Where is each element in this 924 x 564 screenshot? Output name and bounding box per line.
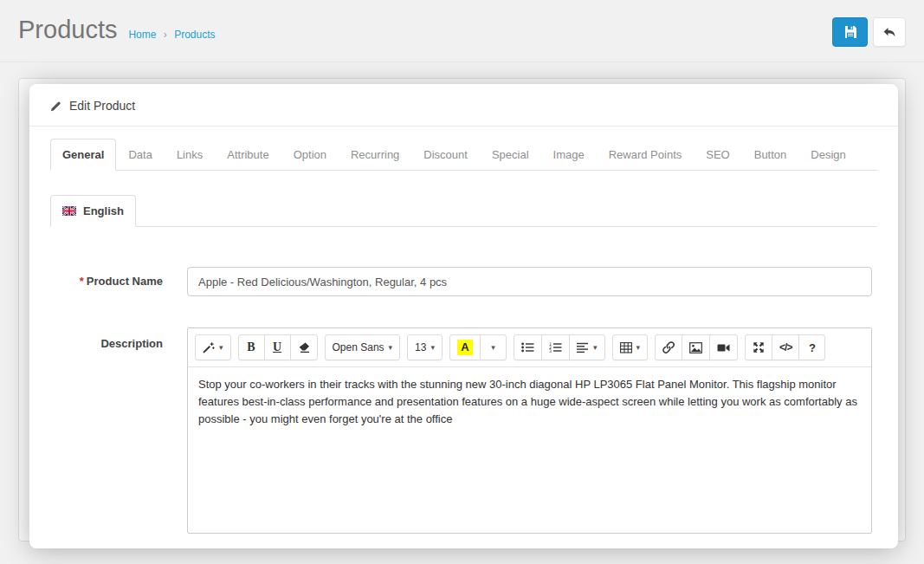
tab-links[interactable]: Links: [165, 139, 215, 171]
image-icon: [689, 342, 702, 353]
table-group: ▾: [612, 334, 649, 360]
font-size-value: 13: [415, 341, 426, 353]
bold-button[interactable]: B: [238, 334, 265, 360]
tab-data[interactable]: Data: [116, 139, 164, 171]
breadcrumb-separator: ›: [164, 29, 167, 41]
caret-down-icon: ▾: [219, 344, 223, 352]
caret-down-icon: ▾: [491, 344, 495, 352]
language-tab-label: English: [83, 204, 124, 217]
required-asterisk: *: [80, 275, 84, 288]
underline-icon: U: [273, 340, 281, 354]
paragraph-group: 1 2 3: [514, 334, 605, 360]
editor-toolbar: ▾ B U: [188, 328, 871, 367]
tab-seo[interactable]: SEO: [694, 139, 741, 171]
font-family-group: Open Sans ▾: [325, 334, 401, 360]
product-name-label-text: Product Name: [87, 275, 163, 288]
caret-down-icon: ▾: [389, 344, 393, 352]
tab-general[interactable]: General: [50, 139, 116, 171]
back-icon: [882, 25, 896, 39]
back-button[interactable]: [873, 17, 906, 47]
underline-button[interactable]: U: [264, 334, 291, 360]
tab-reward-points[interactable]: Reward Points: [597, 139, 695, 171]
breadcrumb-current-link[interactable]: Products: [174, 29, 215, 41]
description-editor: ▾ B U: [187, 327, 872, 534]
clear-format-button[interactable]: [290, 334, 318, 360]
help-button[interactable]: ?: [798, 334, 825, 360]
edit-pencil-icon: [50, 100, 61, 112]
products-admin-page: Products Home › Products: [0, 0, 924, 564]
code-view-button[interactable]: </>: [772, 334, 799, 360]
tab-attribute[interactable]: Attribute: [215, 139, 281, 171]
view-group: </> ?: [745, 334, 825, 360]
style-group: ▾: [195, 334, 231, 360]
video-icon: [717, 342, 730, 353]
highlight-color-icon: A: [457, 340, 473, 355]
text-color-caret-button[interactable]: ▾: [480, 334, 507, 360]
table-dropdown[interactable]: ▾: [612, 334, 649, 360]
insert-group: [655, 334, 738, 360]
english-flag-icon: [62, 206, 76, 216]
description-group: Description: [50, 327, 877, 534]
description-label: Description: [50, 327, 171, 350]
tab-button[interactable]: Button: [742, 139, 799, 171]
product-name-group: *Product Name: [50, 267, 877, 296]
link-button[interactable]: [655, 334, 682, 360]
tab-language-english[interactable]: English: [50, 195, 136, 227]
tab-recurring[interactable]: Recurring: [339, 139, 411, 171]
caret-down-icon: ▾: [430, 344, 435, 352]
image-button[interactable]: [682, 334, 710, 360]
fullscreen-button[interactable]: [745, 334, 772, 360]
help-icon: ?: [809, 341, 816, 354]
paragraph-align-dropdown[interactable]: ▾: [569, 334, 605, 360]
link-icon: [662, 341, 675, 353]
breadcrumb: Home › Products: [128, 29, 215, 41]
font-style-group: B U: [238, 334, 318, 360]
font-size-group: 13 ▾: [407, 334, 443, 360]
tab-design[interactable]: Design: [798, 139, 857, 171]
text-color-button[interactable]: A: [449, 334, 481, 360]
font-size-dropdown[interactable]: 13 ▾: [407, 334, 443, 360]
header-actions: [832, 17, 906, 47]
page-title: Products: [18, 12, 117, 47]
svg-text:3: 3: [549, 349, 552, 353]
caret-down-icon: ▾: [636, 344, 641, 352]
tab-image[interactable]: Image: [541, 139, 597, 171]
language-tabs: English: [50, 195, 877, 227]
eraser-icon: [298, 341, 310, 353]
save-button[interactable]: [832, 17, 868, 47]
ordered-list-button[interactable]: 1 2 3: [541, 334, 570, 360]
bullet-list-icon: [521, 342, 534, 353]
fullscreen-icon: [753, 341, 765, 353]
tab-discount[interactable]: Discount: [411, 139, 480, 171]
bold-icon: B: [247, 340, 255, 354]
video-button[interactable]: [709, 334, 738, 360]
align-left-icon: [577, 342, 589, 353]
font-family-value: Open Sans: [333, 341, 384, 353]
breadcrumb-home-link[interactable]: Home: [128, 29, 156, 41]
description-field: ▾ B U: [171, 327, 877, 534]
unordered-list-button[interactable]: [514, 334, 542, 360]
caret-down-icon: ▾: [593, 344, 598, 352]
tab-special[interactable]: Special: [480, 139, 541, 171]
font-family-dropdown[interactable]: Open Sans ▾: [325, 334, 401, 360]
product-name-input[interactable]: [187, 267, 872, 296]
edit-product-card: Edit Product General Data Links Attribut…: [29, 84, 898, 548]
panel-heading: Edit Product: [29, 84, 898, 126]
product-tabs: General Data Links Attribute Option Recu…: [50, 139, 877, 171]
product-name-field: [171, 267, 877, 296]
magic-wand-icon: [203, 341, 215, 353]
table-icon: [620, 342, 632, 353]
panel-body: General Data Links Attribute Option Recu…: [29, 126, 898, 534]
code-icon: </>: [779, 341, 792, 353]
text-color-group: A ▾: [449, 334, 507, 360]
content-area: Edit Product General Data Links Attribut…: [0, 62, 924, 564]
numbered-list-icon: 1 2 3: [549, 342, 562, 353]
panel-title: Edit Product: [69, 99, 135, 113]
description-editor-content[interactable]: Stop your co-workers in their tracks wit…: [188, 367, 871, 533]
product-name-label: *Product Name: [50, 267, 171, 288]
style-dropdown-button[interactable]: ▾: [195, 334, 231, 360]
tab-option[interactable]: Option: [281, 139, 339, 171]
page-header: Products Home › Products: [0, 0, 924, 62]
save-icon: [843, 25, 857, 39]
